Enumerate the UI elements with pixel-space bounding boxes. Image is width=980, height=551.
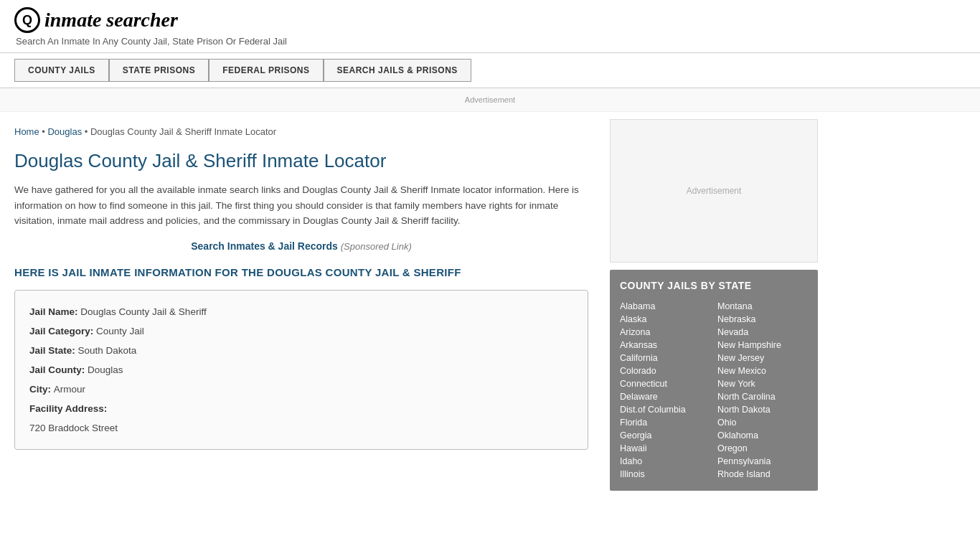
state-oklahoma[interactable]: Oklahoma xyxy=(717,429,808,442)
page-description: We have gathered for you all the availab… xyxy=(14,182,588,229)
state-col1: Alabama Alaska Arizona Arkansas Californ… xyxy=(620,300,710,481)
state-connecticut[interactable]: Connecticut xyxy=(620,377,710,390)
state-california[interactable]: California xyxy=(620,352,710,364)
logo-text: inmate searcher xyxy=(44,9,178,32)
state-north-dakota[interactable]: North Dakota xyxy=(717,403,808,416)
label-jail-name: Jail Name: xyxy=(29,306,80,317)
label-jail-state: Jail State: xyxy=(29,345,78,356)
breadcrumb: Home • Douglas • Douglas County Jail & S… xyxy=(14,126,588,137)
field-city: City: Armour xyxy=(29,380,573,399)
nav-bar: COUNTY JAILS STATE PRISONS FEDERAL PRISO… xyxy=(0,53,980,88)
state-delaware[interactable]: Delaware xyxy=(620,390,710,403)
value-jail-county: Douglas xyxy=(88,364,123,375)
state-arkansas[interactable]: Arkansas xyxy=(620,339,710,352)
state-hawaii[interactable]: Hawaii xyxy=(620,442,710,455)
field-street-address: 720 Braddock Street xyxy=(29,418,573,438)
state-oregon[interactable]: Oregon xyxy=(717,442,808,455)
sponsored-link-suffix: (Sponsored Link) xyxy=(341,241,412,252)
breadcrumb-current: Douglas County Jail & Sheriff Inmate Loc… xyxy=(90,126,276,137)
sponsored-link[interactable]: Search Inmates & Jail Records xyxy=(191,240,338,252)
value-street-address: 720 Braddock Street xyxy=(29,423,118,433)
logo-icon: Q xyxy=(14,7,40,33)
state-ohio[interactable]: Ohio xyxy=(717,416,808,429)
state-pennsylvania[interactable]: Pennsylvania xyxy=(717,455,808,468)
state-georgia[interactable]: Georgia xyxy=(620,429,710,442)
state-nevada[interactable]: Nevada xyxy=(717,326,808,339)
value-jail-name: Douglas County Jail & Sheriff xyxy=(80,306,206,317)
state-colorado[interactable]: Colorado xyxy=(620,364,710,377)
tagline: Search An Inmate In Any County Jail, Sta… xyxy=(16,36,966,47)
logo-text-content: inmate searcher xyxy=(44,9,178,31)
field-jail-name: Jail Name: Douglas County Jail & Sheriff xyxy=(29,302,573,321)
field-jail-state: Jail State: South Dakota xyxy=(29,341,573,360)
value-jail-state: South Dakota xyxy=(78,345,137,356)
sponsored-link-area: Search Inmates & Jail Records (Sponsored… xyxy=(14,240,588,252)
logo-area: Q inmate searcher xyxy=(14,7,966,33)
label-city: City: xyxy=(29,384,54,395)
state-new-hampshire[interactable]: New Hampshire xyxy=(717,339,808,352)
state-new-york[interactable]: New York xyxy=(717,377,808,390)
state-illinois[interactable]: Illinois xyxy=(620,468,710,481)
main-content: Home • Douglas • Douglas County Jail & S… xyxy=(14,112,603,491)
state-new-mexico[interactable]: New Mexico xyxy=(717,364,808,377)
state-arizona[interactable]: Arizona xyxy=(620,326,710,339)
state-dc[interactable]: Dist.of Columbia xyxy=(620,403,710,416)
breadcrumb-parent[interactable]: Douglas xyxy=(47,126,82,137)
label-jail-category: Jail Category: xyxy=(29,326,96,336)
value-city: Armour xyxy=(54,384,85,395)
state-montana[interactable]: Montana xyxy=(717,300,808,313)
state-rhode-island[interactable]: Rhode Island xyxy=(717,468,808,481)
state-north-carolina[interactable]: North Carolina xyxy=(717,390,808,403)
state-nebraska[interactable]: Nebraska xyxy=(717,313,808,326)
state-idaho[interactable]: Idaho xyxy=(620,455,710,468)
sidebar: Advertisement COUNTY JAILS BY STATE Alab… xyxy=(603,112,818,491)
label-facility-address: Facility Address: xyxy=(29,403,107,414)
sidebar-ad-top: Advertisement xyxy=(610,119,818,263)
field-facility-address: Facility Address: xyxy=(29,399,573,418)
state-col2: Montana Nebraska Nevada New Hampshire Ne… xyxy=(717,300,808,481)
state-grid: Alabama Alaska Arizona Arkansas Californ… xyxy=(620,300,808,481)
field-jail-category: Jail Category: County Jail xyxy=(29,321,573,341)
header: Q inmate searcher Search An Inmate In An… xyxy=(0,0,980,53)
nav-county-jails[interactable]: COUNTY JAILS xyxy=(14,59,109,82)
section-heading: HERE IS JAIL INMATE INFORMATION FOR THE … xyxy=(14,266,588,278)
county-jails-by-state-box: COUNTY JAILS BY STATE Alabama Alaska Ari… xyxy=(610,270,818,491)
value-jail-category: County Jail xyxy=(96,326,144,336)
ad-top-banner: Advertisement xyxy=(0,88,980,112)
main-layout: Home • Douglas • Douglas County Jail & S… xyxy=(0,112,980,491)
state-alabama[interactable]: Alabama xyxy=(620,300,710,313)
page-title: Douglas County Jail & Sheriff Inmate Loc… xyxy=(14,150,588,172)
state-new-jersey[interactable]: New Jersey xyxy=(717,352,808,364)
field-jail-county: Jail County: Douglas xyxy=(29,360,573,380)
sidebar-ad-label: Advertisement xyxy=(687,186,742,196)
info-box: Jail Name: Douglas County Jail & Sheriff… xyxy=(14,290,588,450)
label-jail-county: Jail County: xyxy=(29,364,88,375)
nav-state-prisons[interactable]: STATE PRISONS xyxy=(109,59,209,82)
nav-federal-prisons[interactable]: FEDERAL PRISONS xyxy=(209,59,323,82)
state-alaska[interactable]: Alaska xyxy=(620,313,710,326)
state-florida[interactable]: Florida xyxy=(620,416,710,429)
breadcrumb-sep2: • xyxy=(85,126,90,137)
breadcrumb-home[interactable]: Home xyxy=(14,126,39,137)
nav-search-jails-prisons[interactable]: SEARCH JAILS & PRISONS xyxy=(324,59,471,82)
county-jails-box-title: COUNTY JAILS BY STATE xyxy=(620,280,808,291)
